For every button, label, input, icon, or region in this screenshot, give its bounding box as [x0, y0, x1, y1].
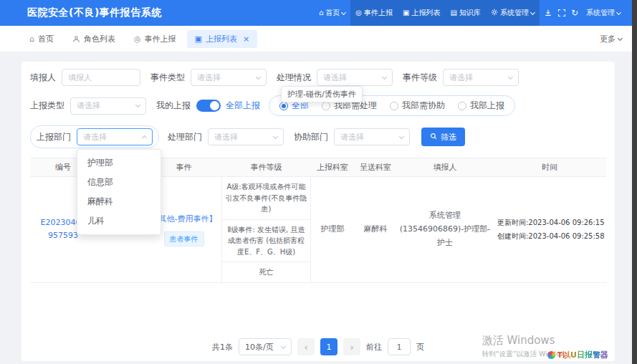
col-report-dept: 上报科室 — [311, 158, 354, 177]
report-dept-label: 上报部门 — [37, 131, 71, 143]
screen: 医院安全(不良)事件报告系统 ⌂ 首页 ◎ 事件上报 ▣ 上报列表 ▤ 知识库 — [0, 0, 637, 364]
watermark-line1: 激活 Windows — [482, 334, 576, 348]
cell-grade: A级:客观环境或条件可能引发不良事件(不良事件隐患) Ⅱ级事件: 发生错误, 且… — [221, 177, 311, 283]
event-grade-select[interactable]: 请选择 — [443, 69, 519, 86]
tab-event-report[interactable]: ◎ 事件上报 — [126, 30, 184, 48]
filter-handle-status: 处理情况 请选择 — [277, 69, 393, 86]
radio-need-assist[interactable]: 我部需协助 — [390, 100, 445, 112]
page-size-select[interactable]: 10条/页 — [239, 338, 292, 355]
top-nav: ⌂ 首页 ◎ 事件上报 ▣ 上报列表 ▤ 知识库 — [314, 0, 628, 26]
tab-home[interactable]: ⌂ 首页 — [21, 30, 62, 48]
tab-report-list-label: 上报列表 — [206, 34, 237, 44]
toggle-state-label: 全部上报 — [226, 100, 260, 112]
nav-report-list-label: 上报列表 — [411, 8, 440, 18]
header-tools: ↻ 系统管理 — [540, 8, 628, 18]
nav-home[interactable]: ⌂ 首页 — [314, 0, 350, 26]
radio-my-dept-report[interactable]: 我部上报 — [458, 100, 504, 112]
reporter-input[interactable] — [62, 69, 140, 86]
dropdown-option[interactable]: 信息部 — [77, 173, 161, 192]
nav-knowledge-label: 知识库 — [459, 8, 481, 18]
chevron-down-icon — [616, 9, 621, 14]
dropdown-option[interactable]: 护理部 — [77, 153, 161, 173]
chevron-down-icon — [273, 133, 278, 138]
chevron-up-icon — [142, 135, 147, 140]
report-type-select[interactable]: 请选择 — [70, 97, 146, 115]
person-icon — [72, 35, 80, 43]
dropdown-option[interactable]: 麻醉科 — [77, 192, 161, 211]
handle-status-select[interactable]: 请选择 — [317, 69, 393, 86]
nav-event-report-label: 事件上报 — [364, 8, 393, 18]
top-header: 医院安全(不良)事件报告系统 ⌂ 首页 ◎ 事件上报 ▣ 上报列表 ▤ 知识库 — [0, 0, 632, 26]
nav-event-report[interactable]: ◎ 事件上报 — [350, 0, 398, 26]
chevron-down-icon — [530, 9, 535, 14]
page-unit-label: 页 — [416, 342, 424, 353]
col-grade: 事件等级 — [221, 158, 311, 177]
tab-report-list[interactable]: ▣ 上报列表 × — [187, 30, 258, 48]
col-submit-dept: 呈送科室 — [354, 158, 397, 177]
chevron-down-icon — [281, 343, 286, 348]
close-icon[interactable]: × — [243, 34, 249, 44]
report-dept-dropdown: 护理部 信息部 麻醉科 儿科 — [77, 149, 161, 235]
all-report-toggle[interactable] — [196, 100, 221, 112]
event-type-tooltip: 护理-碰伤/烫伤事件 — [281, 86, 363, 102]
chevron-down-icon — [382, 74, 387, 79]
event-type-select[interactable]: 请选择 — [191, 69, 267, 86]
goto-page-input[interactable] — [388, 338, 411, 355]
target-icon: ◎ — [134, 35, 141, 43]
filter-assist-dept: 协助部门 请选择 — [294, 128, 410, 145]
target-icon: ◎ — [355, 9, 362, 16]
filter-button[interactable]: 筛选 — [421, 128, 465, 146]
cell-reporter: 系统管理(13546906869)-护理部-护士 — [397, 177, 493, 283]
grade-item: Ⅱ级事件: 发生错误, 且造成患者伤害 (包括损害程度E、F、G、H级) — [222, 220, 310, 263]
nav-report-list[interactable]: ▣ 上报列表 — [398, 0, 445, 26]
tab-role-list[interactable]: 角色列表 — [64, 30, 123, 48]
refresh-icon[interactable]: ↻ — [571, 9, 578, 17]
col-reporter: 填报人 — [397, 158, 493, 177]
dropdown-option[interactable]: 儿科 — [77, 211, 161, 231]
filter-event-grade: 事件等级 请选择 — [403, 69, 519, 86]
handle-dept-select[interactable]: 请选择 — [208, 128, 284, 145]
prev-page-button[interactable]: ‹ — [297, 338, 315, 355]
total-count: 共1条 — [212, 342, 233, 353]
nav-system-admin[interactable]: 系统管理 — [486, 0, 540, 26]
tab-bar: ⌂ 首页 角色列表 ◎ 事件上报 ▣ 上报列表 × 更多 — [0, 26, 632, 52]
event-tag: 患者事件 — [164, 231, 204, 246]
nav-knowledge[interactable]: ▤ 知识库 — [445, 0, 485, 26]
more-menu[interactable]: 更多 — [600, 34, 622, 44]
chevron-down-icon — [618, 35, 623, 40]
fullscreen-icon[interactable] — [557, 9, 566, 17]
event-type-label: 事件类型 — [150, 72, 185, 84]
chevron-down-icon — [135, 102, 140, 107]
assist-dept-label: 协助部门 — [294, 131, 328, 143]
nav-home-label: 首页 — [325, 8, 340, 18]
chevron-down-icon — [341, 9, 346, 14]
grade-item: A级:客观环境或条件可能引发不良事件(不良事件隐患) — [222, 177, 310, 220]
tab-event-report-label: 事件上报 — [145, 34, 176, 44]
chevron-down-icon — [256, 74, 261, 79]
radio-dot — [458, 102, 466, 110]
radio-dot — [390, 102, 398, 110]
tab-role-list-label: 角色列表 — [84, 34, 115, 44]
filter-reporter: 填报人 — [30, 69, 140, 86]
update-time: 更新时间:2023-04-06 09:26:15 — [497, 216, 605, 229]
assist-dept-select[interactable]: 请选择 — [334, 128, 410, 145]
next-page-button[interactable]: › — [343, 338, 360, 355]
report-type-label: 上报类型 — [30, 100, 64, 112]
site-watermark-badge: T以U日报警器 — [547, 350, 608, 360]
list-icon: ▣ — [403, 9, 409, 16]
badge-text: T以U日报警器 — [557, 350, 608, 360]
report-dept-select[interactable]: 请选择 护理部 信息部 麻醉科 儿科 — [77, 128, 153, 145]
page-1-button[interactable]: 1 — [320, 338, 337, 355]
search-icon — [430, 133, 437, 141]
badge-logo-icon — [547, 351, 555, 359]
download-icon[interactable] — [544, 9, 552, 17]
user-menu[interactable]: 系统管理 — [583, 8, 623, 18]
filter-report-type: 上报类型 请选择 — [30, 97, 146, 115]
book-icon: ▤ — [450, 9, 456, 16]
handle-dept-label: 处理部门 — [168, 131, 202, 143]
event-grade-label: 事件等级 — [403, 72, 437, 84]
cell-report-dept: 护理部 — [311, 177, 354, 283]
right-edge-strip — [632, 0, 637, 364]
app-title: 医院安全(不良)事件报告系统 — [27, 6, 162, 19]
filter-handle-dept: 处理部门 请选择 — [168, 128, 284, 145]
